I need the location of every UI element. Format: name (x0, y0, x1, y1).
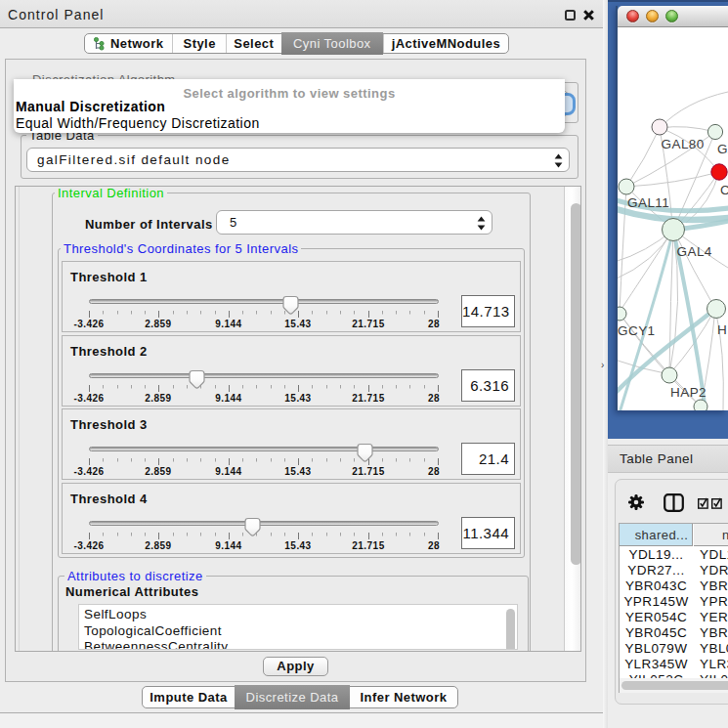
svg-text:C: C (720, 183, 728, 197)
svg-text:H: H (717, 322, 727, 337)
svg-text:GAL80: GAL80 (662, 137, 705, 151)
svg-text:HAP2: HAP2 (670, 385, 707, 400)
svg-text:GAL4: GAL4 (677, 244, 712, 259)
svg-text:GAL11: GAL11 (627, 195, 669, 210)
svg-text:GCY1: GCY1 (618, 323, 656, 338)
svg-text:GA: GA (717, 142, 728, 156)
